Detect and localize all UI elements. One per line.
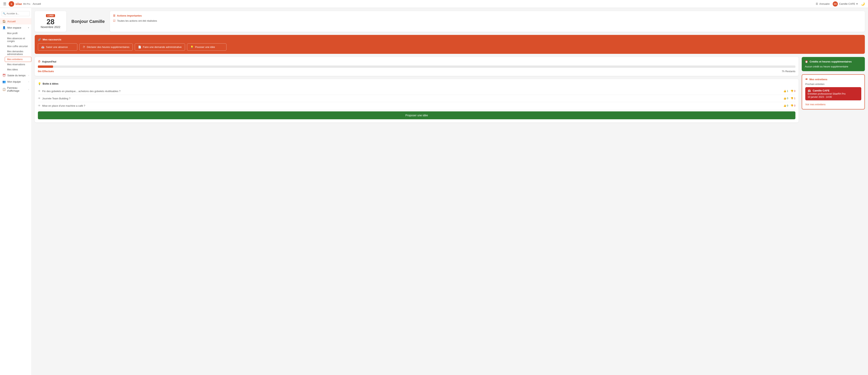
thumbs-up-icon: 👍 — [783, 90, 786, 93]
user-menu[interactable]: CC Camille CAFE ▾ — [833, 1, 858, 6]
credits-card: ⏰ Crédits et heures supplémentaires Aucu… — [802, 57, 865, 71]
calendar-icon: 📅 — [41, 45, 44, 48]
annuaire-nav-item[interactable]: ☰ Annuaire — [816, 2, 830, 5]
actions-title: ☰ Actions importantes — [113, 14, 862, 17]
sidebar-item-mon-profil[interactable]: Mon profil — [5, 31, 31, 36]
sidebar: 🔍 🏠 Accueil 👤 Mon espace ▾ Mon profil Me… — [0, 8, 32, 375]
sidebar-item-mes-reservations[interactable]: Mes réservations — [5, 62, 31, 67]
today-icon: ⏱ — [38, 60, 40, 63]
entretiens-icon: 👁 — [805, 78, 808, 81]
sidebar-item-absences-conges[interactable]: Mes absences et congés — [5, 36, 31, 44]
idea-text: Mise en place d'une machine a café ? — [42, 104, 782, 107]
vote-down-btn[interactable]: 👎 0 — [790, 104, 796, 107]
bottom-section: ⏱ Aujourd'hui 0m Effectués 7h Restants — [35, 57, 865, 123]
entretiens-title-text: Mes entretiens — [809, 78, 827, 81]
propose-idea-btn[interactable]: Proposer une idée — [38, 111, 796, 119]
top-navigation: ☰ s silae RH Pro Accueil ☰ Annuaire CC C… — [0, 0, 868, 8]
chevron-right-icon: › — [28, 81, 29, 83]
idea-row: 👁 Fin des gobelets en plastique... achet… — [38, 88, 796, 95]
actions-done-text: Toutes les actions ont été réalisées — [117, 19, 157, 22]
vote-up-btn[interactable]: 👍 0 — [783, 104, 788, 107]
entretiens-title: 👁 Mes entretiens — [805, 78, 861, 81]
sidebar-item-label: Mon espace — [7, 26, 21, 29]
shortcut-label: Déclarer des heures supplémentaires — [87, 45, 129, 48]
home-icon: 🏠 — [2, 20, 6, 23]
effectues-val: 0m — [38, 70, 42, 73]
vote-group: 👍 0 👎 0 — [783, 104, 796, 107]
sidebar-item-label: Panneau d'affichage — [7, 87, 27, 92]
sidebar-item-demandes-admin[interactable]: Mes demandes administratives — [5, 49, 31, 57]
clock-icon: ⏰ — [2, 74, 6, 77]
date-card: LUNDI 28 Novembre 2022 — [35, 11, 66, 32]
sidebar-item-accueil[interactable]: 🏠 Accueil — [0, 18, 31, 25]
shortcut-saisir-absence[interactable]: 📅 Saisir une absence — [38, 43, 77, 51]
logo-sub: RH Pro — [23, 3, 30, 5]
credits-body: Aucun crédit ou heure supplémentaire — [805, 65, 862, 68]
vote-down-count: 1 — [794, 97, 796, 100]
shortcuts-icon: 🔗 — [38, 38, 41, 41]
sidebar-item-mon-equipe[interactable]: 👥 Mon équipe › — [0, 78, 31, 85]
document-icon: 📄 — [138, 45, 141, 48]
shortcuts-grid: 📅 Saisir une absence ⏱ Déclarer des heur… — [38, 43, 862, 51]
idea-text: Fin des gobelets en plastique... acheton… — [42, 90, 782, 93]
nav-left: ☰ s silae RH Pro Accueil — [3, 1, 41, 7]
hamburger-menu[interactable]: ☰ — [3, 2, 6, 6]
thumbs-up-icon: 👍 — [783, 97, 786, 100]
credits-title-text: Crédits et heures supplémentaires — [810, 60, 851, 63]
entretien-name: 📅 Camille CAFE — [808, 89, 859, 92]
vote-down-btn[interactable]: 👎 0 — [790, 90, 796, 93]
vote-up-count: 1 — [787, 90, 788, 93]
vote-up-count: 0 — [787, 104, 788, 107]
sidebar-item-label: Accueil — [7, 20, 16, 23]
search-box: 🔍 — [2, 11, 30, 16]
sidebar-item-mes-idees[interactable]: Mes idées — [5, 67, 31, 72]
thumbs-up-icon: 👍 — [783, 104, 786, 107]
search-input[interactable] — [2, 11, 30, 16]
shortcut-declarer-heures[interactable]: ⏱ Déclarer des heures supplémentaires — [79, 43, 133, 51]
top-section: LUNDI 28 Novembre 2022 Bonjour Camille ☰… — [35, 11, 865, 32]
logo-text: silae — [16, 2, 22, 5]
sidebar-item-mes-entretiens[interactable]: Mes entretiens — [5, 57, 31, 62]
vote-down-btn[interactable]: 👎 1 — [790, 97, 796, 100]
chevron-down-icon: ▾ — [28, 27, 29, 29]
annuaire-icon: ☰ — [816, 2, 818, 5]
vote-group: 👍 1 👎 0 — [783, 90, 796, 93]
shortcut-faire-demande[interactable]: 📄 Faire une demande administrative — [135, 43, 185, 51]
shortcut-pousser-idee[interactable]: 💡 Pousser une idée — [187, 43, 226, 51]
entretien-type: Entretien professionnel SilaeRH Pro — [808, 93, 859, 95]
vote-up-count: 0 — [787, 97, 788, 100]
app-layout: 🔍 🏠 Accueil 👤 Mon espace ▾ Mon profil Me… — [0, 8, 868, 375]
mon-espace-submenu: Mon profil Mes absences et congés Mon co… — [0, 31, 31, 72]
shortcut-label: Saisir une absence — [46, 45, 68, 48]
sidebar-item-panneau-affichage[interactable]: 📋 Panneau d'affichage › — [0, 85, 31, 94]
time-effectues: 0m Effectués — [38, 70, 54, 73]
user-name: Camille CAFE — [839, 2, 855, 5]
voir-mes-entretiens-link[interactable]: Voir mes entretiens — [805, 103, 826, 106]
actions-done: ☑ Toutes les actions ont été réalisées — [113, 19, 862, 22]
user-avatar: CC — [833, 1, 838, 6]
theme-toggle[interactable]: 🌙 — [861, 2, 865, 6]
board-icon: 📋 — [2, 88, 5, 91]
calendar-icon: 📅 — [808, 89, 811, 92]
sidebar-item-saisie-du-temps[interactable]: ⏰ Saisie du temps › — [0, 72, 31, 78]
vote-up-btn[interactable]: 👍 1 — [783, 90, 788, 93]
annuaire-label: Annuaire — [819, 2, 830, 5]
accueil-nav-link[interactable]: Accueil — [33, 2, 41, 5]
ideas-title: 💡 Boite à idées — [38, 82, 796, 85]
shortcuts-section: 🔗 Mes raccourcis 📅 Saisir une absence ⏱ … — [35, 35, 865, 54]
progress-bar-outer — [38, 65, 796, 68]
logo[interactable]: s silae RH Pro — [9, 1, 30, 7]
entretien-item: 📅 Camille CAFE Entretien professionnel S… — [805, 87, 861, 100]
actions-title-text: Actions importantes — [117, 14, 142, 17]
sidebar-item-coffre-securise[interactable]: Mon coffre sécurisé — [5, 44, 31, 49]
prochain-label: Prochain entretien — [805, 83, 861, 86]
left-column: ⏱ Aujourd'hui 0m Effectués 7h Restants — [35, 57, 799, 123]
sidebar-item-mon-espace[interactable]: 👤 Mon espace ▾ — [0, 25, 31, 31]
eye-icon: 👁 — [38, 90, 41, 93]
right-column: ⏰ Crédits et heures supplémentaires Aucu… — [802, 57, 865, 123]
vote-up-btn[interactable]: 👍 0 — [783, 97, 788, 100]
idea-text: Journée Team Building ? — [42, 97, 782, 100]
vote-group: 👍 0 👎 1 — [783, 97, 796, 100]
logo-icon: s — [9, 1, 14, 7]
thumbs-down-icon: 👎 — [790, 97, 794, 100]
